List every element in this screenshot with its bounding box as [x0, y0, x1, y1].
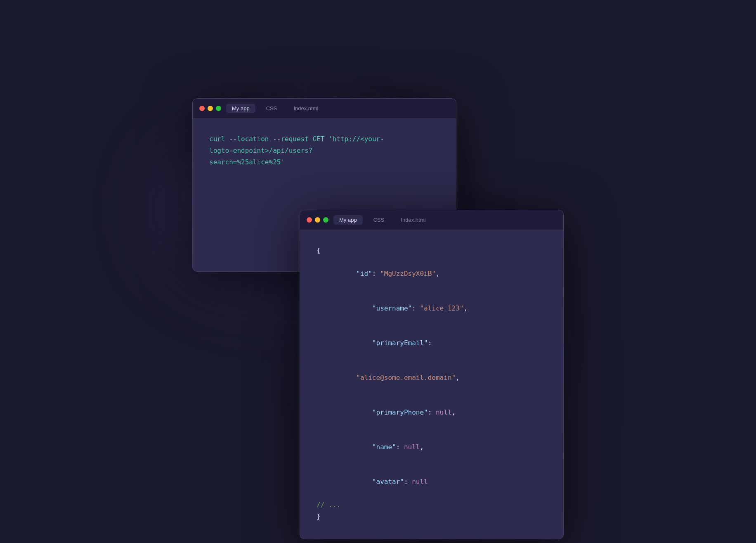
json-email-line1: "primaryEmail":	[317, 326, 547, 360]
curl-line1: curl --location --request GET 'http://<y…	[209, 133, 439, 145]
code-window-front: My app CSS Index.html { "id": "MgUzzDsyX…	[300, 210, 564, 539]
json-phone-line: "primaryPhone": null,	[317, 395, 547, 430]
tab-myapp-back[interactable]: My app	[226, 104, 255, 113]
code-body-front: { "id": "MgUzzDsyX0iB", "username": "ali…	[300, 230, 563, 539]
tab-css-front[interactable]: CSS	[368, 215, 390, 225]
curl-line2: logto-endpoint>/api/users?	[209, 145, 439, 156]
json-name-line: "name": null,	[317, 430, 547, 465]
json-brace-close: }	[317, 511, 547, 522]
tab-myapp-front[interactable]: My app	[333, 215, 363, 225]
dot-yellow-front[interactable]	[315, 217, 320, 223]
window-front: My app CSS Index.html { "id": "MgUzzDsyX…	[300, 210, 564, 539]
json-email-line2: "alice@some.email.domain",	[317, 360, 547, 395]
traffic-lights-back	[199, 106, 221, 111]
dot-yellow-back[interactable]	[208, 106, 213, 111]
json-comment-line: // ...	[317, 499, 547, 511]
json-brace-open: {	[317, 245, 547, 256]
dot-red-front[interactable]	[307, 217, 312, 223]
curl-line3: search=%25alice%25'	[209, 156, 439, 168]
code-body-back: curl --location --request GET 'http://<y…	[193, 119, 456, 185]
json-avatar-line: "avatar": null	[317, 465, 547, 499]
tab-indexhtml-front[interactable]: Index.html	[395, 215, 431, 225]
dot-green-back[interactable]	[216, 106, 221, 111]
title-bar-front: My app CSS Index.html	[300, 210, 563, 230]
tab-css-back[interactable]: CSS	[260, 104, 283, 113]
dot-green-front[interactable]	[323, 217, 328, 223]
tab-indexhtml-back[interactable]: Index.html	[288, 104, 324, 113]
dot-red-back[interactable]	[199, 106, 205, 111]
json-username-line: "username": "alice_123",	[317, 291, 547, 326]
title-bar-back: My app CSS Index.html	[193, 99, 456, 119]
traffic-lights-front	[307, 217, 328, 223]
json-id-line: "id": "MgUzzDsyX0iB",	[317, 256, 547, 291]
